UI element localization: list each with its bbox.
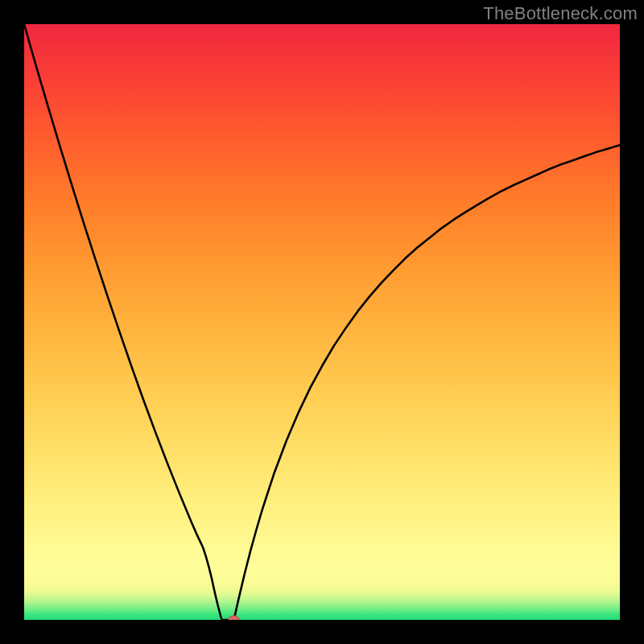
watermark-text: TheBottleneck.com (483, 3, 638, 24)
bottleneck-chart (24, 24, 620, 620)
green-yellow-band (24, 560, 620, 620)
chart-frame: TheBottleneck.com (0, 0, 644, 644)
gradient-background (24, 24, 620, 560)
